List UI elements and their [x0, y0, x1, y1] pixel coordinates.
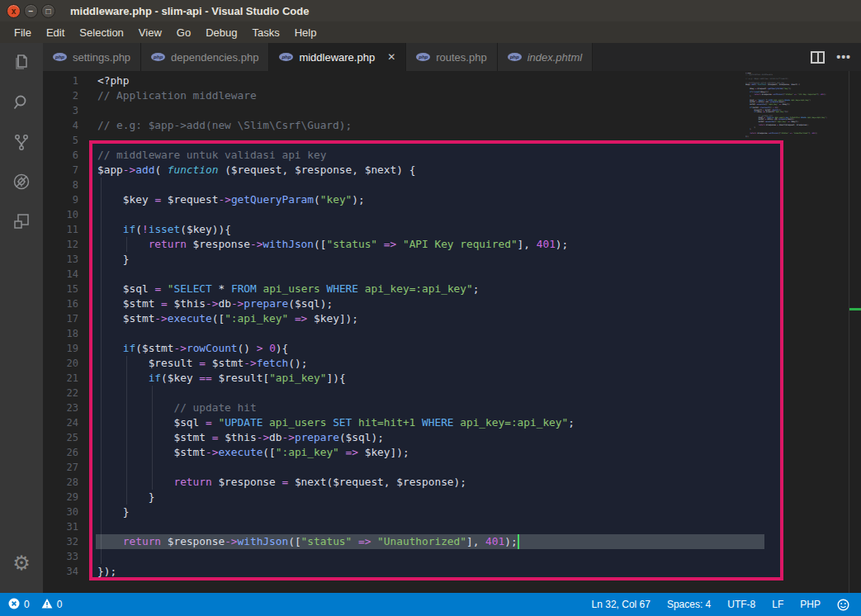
- line-number: 34: [43, 564, 78, 579]
- tab-dependencies.php[interactable]: phpdependencies.php: [141, 43, 269, 71]
- menu-view[interactable]: View: [131, 24, 169, 41]
- overview-ruler-cursor-mark: [849, 308, 861, 310]
- tab-middleware.php[interactable]: phpmiddleware.php✕: [269, 43, 406, 71]
- tab-label: dependencies.php: [171, 51, 258, 64]
- source-control-icon[interactable]: [0, 122, 43, 162]
- error-circle-icon: [8, 598, 20, 612]
- line-number: 21: [43, 371, 78, 386]
- status-eol[interactable]: LF: [772, 599, 783, 610]
- line-number: 25: [43, 430, 78, 445]
- close-tab-icon[interactable]: ✕: [387, 51, 395, 63]
- title-bar: x−□ middleware.php - slim-api - Visual S…: [0, 0, 861, 21]
- minimize-button[interactable]: −: [24, 4, 38, 18]
- tab-settings.php[interactable]: phpsettings.php: [43, 43, 141, 71]
- status-count: 0: [57, 599, 63, 610]
- line-number: 27: [43, 460, 78, 475]
- line-number: 11: [43, 222, 78, 237]
- line-number: 17: [43, 311, 78, 326]
- code-line: $stmt->execute([":api_key" => $key]);: [97, 311, 575, 326]
- menu-selection[interactable]: Selection: [72, 24, 130, 41]
- php-file-icon: php: [416, 53, 430, 61]
- minimap[interactable]: <?php// Application middleware // e.g: $…: [745, 73, 843, 142]
- overview-ruler-divider: [849, 71, 849, 593]
- code-line: $result = $stmt->fetch();: [97, 356, 575, 371]
- vscode-window: x−□ middleware.php - slim-api - Visual S…: [0, 0, 861, 616]
- php-file-icon: php: [508, 53, 522, 61]
- menu-debug[interactable]: Debug: [198, 24, 244, 41]
- line-number: 28: [43, 475, 78, 490]
- line-number: 29: [43, 490, 78, 505]
- php-file-icon: php: [279, 53, 293, 61]
- code-line: <?php: [97, 73, 575, 88]
- code-line: }: [97, 505, 575, 519]
- code-line: return $response = $next($request, $resp…: [97, 475, 575, 490]
- close-button[interactable]: x: [7, 4, 21, 18]
- line-number: 33: [43, 549, 78, 564]
- menu-tasks[interactable]: Tasks: [244, 24, 286, 41]
- line-number: 8: [43, 178, 78, 192]
- line-number: 1: [43, 73, 78, 88]
- status-count: 0: [24, 599, 30, 610]
- status-indentation[interactable]: Spaces: 4: [667, 599, 711, 610]
- code-line: if($stmt->rowCount() > 0){: [97, 341, 575, 356]
- code-line: $stmt = $this->db->prepare($sql);: [97, 296, 575, 311]
- code-line: [97, 178, 575, 192]
- status-error-circle-icon[interactable]: 0: [8, 598, 30, 612]
- line-number: 30: [43, 505, 78, 519]
- code-line: }: [97, 490, 575, 505]
- code-line: $key = $request->getQueryParam("key");: [97, 192, 575, 207]
- explorer-icon[interactable]: [0, 43, 43, 83]
- code-line: [97, 267, 575, 282]
- more-actions-icon[interactable]: •••: [836, 50, 851, 64]
- code-line: });: [745, 136, 843, 138]
- code-line: $stmt->execute([":api_key" => $key]);: [97, 445, 575, 460]
- status-language-mode[interactable]: PHP: [800, 599, 821, 610]
- line-number: 3: [43, 103, 78, 118]
- status-feedback-smiley-icon[interactable]: [837, 599, 849, 611]
- code-editor[interactable]: 1234567891011121314151617181920212223242…: [43, 71, 861, 593]
- line-number: 15: [43, 282, 78, 296]
- editor-tab-bar: phpsettings.phpphpdependencies.phpphpmid…: [43, 43, 861, 71]
- warning-triangle-icon: [41, 598, 53, 612]
- maximize-button[interactable]: □: [41, 4, 55, 18]
- code-line: $app->add( function ($request, $response…: [97, 163, 575, 178]
- line-number: 10: [43, 207, 78, 222]
- php-file-icon: php: [53, 53, 67, 61]
- status-warning-triangle-icon[interactable]: 0: [41, 598, 63, 612]
- code-line: [97, 326, 575, 341]
- php-file-icon: php: [151, 53, 165, 61]
- line-number: 24: [43, 415, 78, 430]
- code-line: [97, 460, 575, 475]
- search-icon[interactable]: [0, 83, 43, 122]
- debug-icon[interactable]: [0, 162, 43, 201]
- status-cursor-position[interactable]: Ln 32, Col 67: [592, 599, 650, 610]
- status-bar: 00 Ln 32, Col 67Spaces: 4UTF-8LFPHP: [0, 593, 861, 616]
- status-encoding[interactable]: UTF-8: [727, 599, 755, 610]
- code-line: [97, 103, 575, 118]
- tab-routes.php[interactable]: phproutes.php: [406, 43, 497, 71]
- line-number: 23: [43, 400, 78, 415]
- line-number: 5: [43, 133, 78, 148]
- settings-gear-icon[interactable]: ⚙: [0, 552, 43, 575]
- code-line: [97, 133, 575, 148]
- code-line: }: [97, 252, 575, 267]
- line-number: 4: [43, 118, 78, 133]
- code-line: // middleware untuk validasi api key: [97, 148, 575, 163]
- menu-file[interactable]: File: [7, 24, 39, 41]
- menu-help[interactable]: Help: [287, 24, 324, 41]
- line-number: 32: [43, 534, 78, 549]
- line-number: 31: [43, 519, 78, 534]
- extensions-icon[interactable]: [0, 201, 43, 241]
- menu-go[interactable]: Go: [169, 24, 198, 41]
- tab-label: middleware.php: [299, 51, 375, 64]
- line-number: 26: [43, 445, 78, 460]
- line-number: 2: [43, 88, 78, 103]
- code-line: $sql = "SELECT * FROM api_users WHERE ap…: [97, 282, 575, 296]
- code-line: // update hit: [97, 400, 575, 415]
- line-number: 16: [43, 296, 78, 311]
- line-number: 9: [43, 192, 78, 207]
- tab-label: settings.php: [73, 51, 130, 64]
- tab-index.phtml[interactable]: phpindex.phtml: [498, 43, 593, 71]
- menu-edit[interactable]: Edit: [39, 24, 72, 41]
- split-editor-icon[interactable]: [811, 51, 825, 64]
